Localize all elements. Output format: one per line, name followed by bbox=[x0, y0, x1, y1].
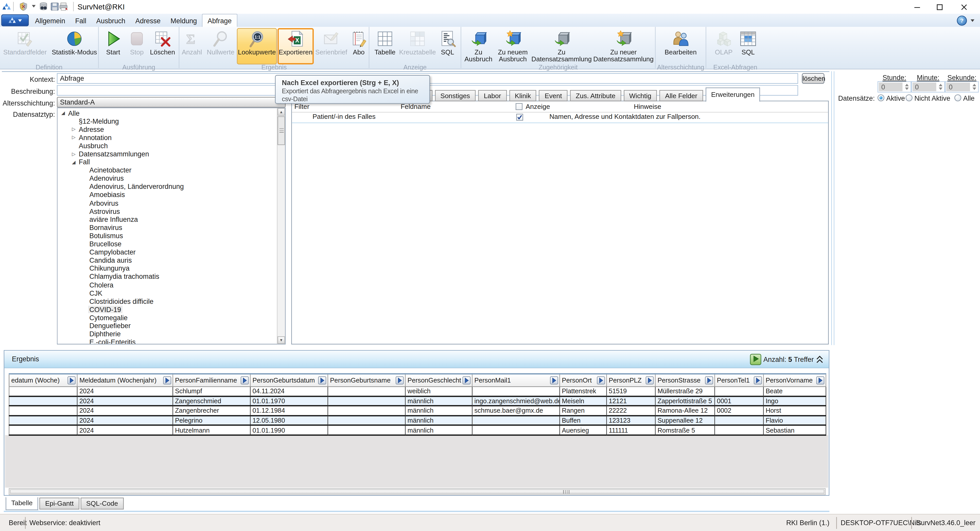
table-cell[interactable] bbox=[328, 416, 405, 425]
tree-expander-icon[interactable]: ◢ bbox=[59, 109, 67, 117]
tree-item[interactable]: Clostridioides difficile bbox=[57, 297, 277, 305]
field-tab[interactable]: Erweiterungen bbox=[705, 88, 760, 102]
tree-expander-icon[interactable]: ◢ bbox=[70, 158, 77, 166]
table-cell[interactable] bbox=[714, 416, 764, 425]
tree-item[interactable]: Adenovirus, Länderverordnung bbox=[57, 182, 277, 191]
table-cell[interactable]: Meiseln bbox=[560, 396, 606, 406]
bottom-tab[interactable]: Tabelle bbox=[6, 497, 38, 510]
statistik-modus-button[interactable]: Statistik-Modus bbox=[51, 28, 98, 64]
field-tab[interactable]: Labor bbox=[478, 90, 507, 101]
scrollbar-thumb[interactable] bbox=[277, 116, 285, 145]
bearbeiten-button[interactable]: Bearbeiten bbox=[662, 28, 699, 64]
tree-item[interactable]: Astrovirus bbox=[57, 207, 277, 215]
column-filter-icon[interactable] bbox=[462, 376, 471, 384]
tree-item[interactable]: Acinetobacter bbox=[57, 166, 277, 174]
table-cell[interactable]: Sebastian bbox=[764, 425, 826, 435]
maximize-button[interactable] bbox=[932, 1, 947, 13]
tree-scrollbar[interactable]: ▲ ▼ bbox=[277, 108, 285, 344]
results-column-header[interactable]: PersonMail1 bbox=[472, 374, 560, 386]
tree-item[interactable]: Adenovirus bbox=[57, 174, 277, 182]
tree-item[interactable]: Bornavirus bbox=[57, 223, 277, 231]
table-cell[interactable] bbox=[328, 406, 405, 416]
tree-item[interactable]: Amoebiasis bbox=[57, 191, 277, 199]
stunde-stepper[interactable]: 0 bbox=[878, 81, 911, 92]
table-cell[interactable] bbox=[9, 406, 77, 416]
altersschichtung-select[interactable]: Standard-A bbox=[57, 97, 286, 108]
column-filter-icon[interactable] bbox=[705, 376, 713, 384]
loeschen-small-button[interactable]: löschen bbox=[802, 73, 824, 84]
stepper-arrows-icon[interactable] bbox=[970, 82, 978, 92]
tabelle-button[interactable]: Tabelle bbox=[372, 28, 398, 64]
tree-item[interactable]: Campylobacter bbox=[57, 248, 277, 256]
table-cell[interactable]: Suppenallee 12 bbox=[655, 416, 714, 425]
chevron-down-icon[interactable] bbox=[32, 5, 36, 10]
table-cell[interactable]: männlich bbox=[406, 396, 473, 406]
table-cell[interactable]: Rangen bbox=[560, 406, 606, 416]
column-filter-icon[interactable] bbox=[816, 376, 824, 384]
tree-item[interactable]: Denguefieber bbox=[57, 322, 277, 330]
print-export-icon[interactable] bbox=[59, 2, 68, 11]
save-icon[interactable] bbox=[50, 2, 59, 11]
anzeige-header-checkbox[interactable] bbox=[515, 103, 522, 110]
zu-neuer-datensatzsammlung-button[interactable]: Zu neuer Datensatzsammlung bbox=[593, 28, 654, 64]
shield-icon[interactable] bbox=[19, 2, 28, 11]
tree-item[interactable]: ◢ Alle bbox=[57, 109, 277, 117]
tree-item[interactable]: Chlamydia trachomatis bbox=[57, 273, 277, 281]
table-cell[interactable]: Ramona-Allee 12 bbox=[655, 406, 714, 416]
table-cell[interactable]: 12121 bbox=[606, 396, 655, 406]
table-cell[interactable]: 2024 bbox=[77, 416, 173, 425]
tree-item[interactable]: ▷ Datensatzsammlungen bbox=[57, 150, 277, 158]
tree-item[interactable]: ▷ Annotation bbox=[57, 133, 277, 142]
table-cell[interactable]: 22222 bbox=[606, 406, 655, 416]
chevron-down-icon[interactable] bbox=[970, 19, 974, 24]
table-cell[interactable]: Ingo bbox=[764, 396, 826, 406]
app-menu-button[interactable] bbox=[1, 14, 29, 26]
table-cell[interactable] bbox=[9, 386, 77, 396]
collapse-panel-icon[interactable] bbox=[816, 355, 824, 364]
results-column-header[interactable]: PersonPLZ bbox=[606, 374, 655, 386]
table-cell[interactable] bbox=[472, 416, 560, 425]
tree-item[interactable]: Brucellose bbox=[57, 240, 277, 248]
minute-label[interactable]: Minute: bbox=[911, 74, 945, 81]
table-cell[interactable] bbox=[714, 425, 764, 435]
table-cell[interactable]: schmuse.baer@gmx.de bbox=[472, 406, 560, 416]
help-icon[interactable]: ? bbox=[957, 16, 967, 26]
radio-alle[interactable] bbox=[955, 94, 961, 101]
table-cell[interactable]: Zangenbrecher bbox=[173, 406, 250, 416]
filter-grid-row[interactable]: Patient/-in des Falles Namen, Adresse un… bbox=[292, 112, 828, 123]
exportieren-button[interactable]: X Exportieren bbox=[277, 28, 314, 64]
results-horizontal-scrollbar[interactable] bbox=[9, 488, 826, 495]
stepper-arrows-icon[interactable] bbox=[903, 82, 910, 92]
table-cell[interactable]: 01.01.1990 bbox=[250, 425, 328, 435]
lookupwerte-button[interactable]: 1:1 Lookupwerte bbox=[237, 28, 277, 64]
tree-item[interactable]: CJK bbox=[57, 289, 277, 297]
table-row[interactable]: 2024Pelegrino12.05.1980männlichBuffen123… bbox=[9, 416, 826, 425]
table-cell[interactable]: Buffen bbox=[560, 416, 606, 425]
table-cell[interactable] bbox=[472, 386, 560, 396]
table-cell[interactable]: 2024 bbox=[77, 396, 173, 406]
anzeige-column-header[interactable]: Anzeige bbox=[525, 102, 550, 110]
results-column-header[interactable]: PersonGeburtsname bbox=[328, 374, 405, 386]
sekunde-stepper[interactable]: 0 bbox=[945, 81, 979, 92]
field-tab[interactable]: Klinik bbox=[509, 90, 536, 101]
close-button[interactable] bbox=[956, 1, 971, 13]
column-filter-icon[interactable] bbox=[597, 376, 605, 384]
table-cell[interactable]: Hutzelmann bbox=[173, 425, 250, 435]
results-column-header[interactable]: PersonVorname bbox=[764, 374, 826, 386]
table-cell[interactable]: männlich bbox=[406, 406, 473, 416]
table-cell[interactable]: 04.11.2024 bbox=[250, 386, 328, 396]
results-column-header[interactable]: edatum (Woche) bbox=[9, 374, 77, 386]
field-tab[interactable]: Sonstiges bbox=[435, 90, 476, 101]
table-cell[interactable]: 51519 bbox=[606, 386, 655, 396]
results-column-header[interactable]: PersonOrt bbox=[560, 374, 606, 386]
minimize-button[interactable] bbox=[910, 1, 924, 13]
tree-expander-icon[interactable]: ▷ bbox=[70, 150, 77, 158]
table-row[interactable]: 2024Zangenschmied01.01.1970männlichingo.… bbox=[9, 396, 826, 406]
zu-neuem-ausbruch-button[interactable]: Zu neuem Ausbruch bbox=[495, 28, 530, 64]
table-cell[interactable]: 01.01.1970 bbox=[250, 396, 328, 406]
bottom-tab[interactable]: Epi-Gantt bbox=[40, 498, 80, 509]
sql-excel-button[interactable]: SQL bbox=[737, 28, 759, 64]
table-cell[interactable] bbox=[9, 425, 77, 435]
column-filter-icon[interactable] bbox=[318, 376, 326, 384]
table-cell[interactable]: männlich bbox=[406, 425, 473, 435]
